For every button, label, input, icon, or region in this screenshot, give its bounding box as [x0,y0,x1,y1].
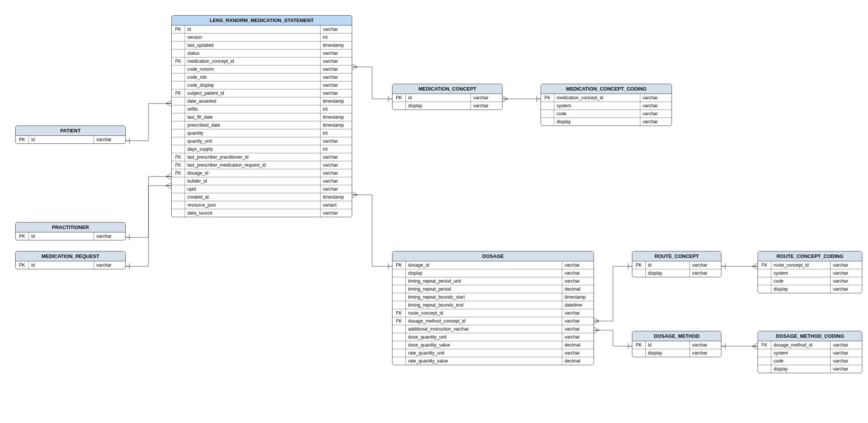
type-col: variant [321,201,352,209]
type-col: timestamp [321,121,352,129]
svg-line-4 [166,103,171,107]
type-col: varchar [321,73,352,81]
table-row: code_displayvarchar [172,81,352,89]
table-row: FKmedication_concept_idvarchar [172,57,352,65]
table-row: displayvarchar [632,349,721,357]
name-col: code [771,357,831,365]
key-col [393,325,406,333]
type-col: varchar [831,277,862,285]
type-col: varchar [562,325,594,333]
type-col: datetime [562,301,594,309]
type-col: varchar [831,285,862,293]
table-row: FKmedication_concept_idvarchar [541,94,672,102]
entity-title: MEDICATION_CONCEPT [393,84,502,94]
type-col: varchar [831,341,862,349]
name-col: code [771,277,831,285]
table-row: displayvarchar [758,365,862,373]
name-col: id [29,232,94,240]
name-col: dosage_id [406,261,562,269]
name-col: resource_json [185,201,321,209]
name-col: system [771,269,831,277]
type-col: varchar [321,89,352,97]
type-col: varchar [471,94,502,102]
name-col: quanity_unit [185,137,321,145]
name-col: id [29,261,94,269]
table-row: prescribed_datetimestamp [172,121,352,129]
key-col [393,357,406,365]
name-col: id [646,261,690,269]
svg-line-24 [503,96,508,99]
svg-line-46 [752,266,758,269]
key-col [393,102,406,110]
name-col: prescribed_date [185,121,321,129]
table-row: PKidvarchar [16,232,125,240]
entity-routeconceptcoding: ROUTE_CONCEPT_CODINGFKroute_concept_idva… [758,251,862,293]
type-col: varchar [690,349,721,357]
type-col: varchar [94,261,125,269]
key-col [172,113,185,121]
key-col [172,73,185,81]
name-col: last_prescriber_practitioner_id [185,153,321,161]
type-col: decimal [562,357,594,365]
table-row: date_assertedtimestamp [172,97,352,105]
entity-patient: PATIENTPKidvarchar [15,126,126,144]
type-col: varchar [831,269,862,277]
key-col: FK [172,57,185,65]
type-col: int [321,105,352,113]
key-col [632,269,646,277]
svg-line-48 [594,327,599,330]
table-row: FKdosage_method_concept_idvarchar [393,317,594,325]
key-col [172,185,185,193]
table-row: quanity_unitvarchar [172,137,352,145]
entity-medconcept: MEDICATION_CONCEPTPKidvarchardisplayvarc… [392,84,503,110]
svg-line-30 [352,192,357,195]
type-col: varchar [640,118,672,126]
table-row: resource_jsonvariant [172,201,352,209]
svg-line-26 [503,99,508,102]
key-col: PK [16,136,29,143]
table-row: displayvarchar [758,285,862,293]
name-col: rate_quantity_value [406,357,562,365]
entity-routeconcept: ROUTE_CONCEPTPKidvarchardisplayvarchar [632,251,721,277]
key-col [172,209,185,217]
type-col: int [321,129,352,137]
name-col: dosage_method_id [771,341,831,349]
name-col: display [646,349,690,357]
table-row: FKroute_concept_idvarchar [758,261,862,269]
key-col: PK [393,261,406,269]
key-col [172,177,185,185]
key-col [172,145,185,153]
name-col: last_updated [185,41,321,49]
type-col: varchar [321,137,352,145]
type-col: varchar [471,102,502,110]
name-col: refills [185,105,321,113]
table-row: FKdosage_method_idvarchar [758,341,862,349]
type-col: varchar [94,136,125,143]
type-col: timestamp [562,293,594,301]
svg-line-8 [166,173,171,177]
type-col: varchar [562,317,594,325]
type-col: decimal [562,341,594,349]
name-col: display [771,285,831,293]
type-col: timestamp [321,41,352,49]
table-row: last_fill_datetimestamp [172,113,352,121]
name-col: code [554,110,640,118]
type-col: varchar [562,309,594,317]
name-col: timing_repeat_bounds_end [406,301,562,309]
name-col: id [29,136,94,143]
name-col: system [554,102,640,110]
table-row: codevarchar [758,277,862,285]
key-col [758,349,771,357]
name-col: dosage_method_concept_id [406,317,562,325]
key-col [393,285,406,293]
entity-title: ROUTE_CONCEPT [632,251,721,261]
table-row: versionint [172,33,352,41]
key-col [758,285,771,293]
key-col [172,65,185,73]
entity-medreq: MEDICATION_REQUESTPKidvarchar [15,251,126,269]
table-row: codevarchar [758,357,862,365]
key-col: PK [172,25,185,33]
key-col [632,349,646,357]
table-row: last_updatedtimestamp [172,41,352,49]
key-col [758,277,771,285]
